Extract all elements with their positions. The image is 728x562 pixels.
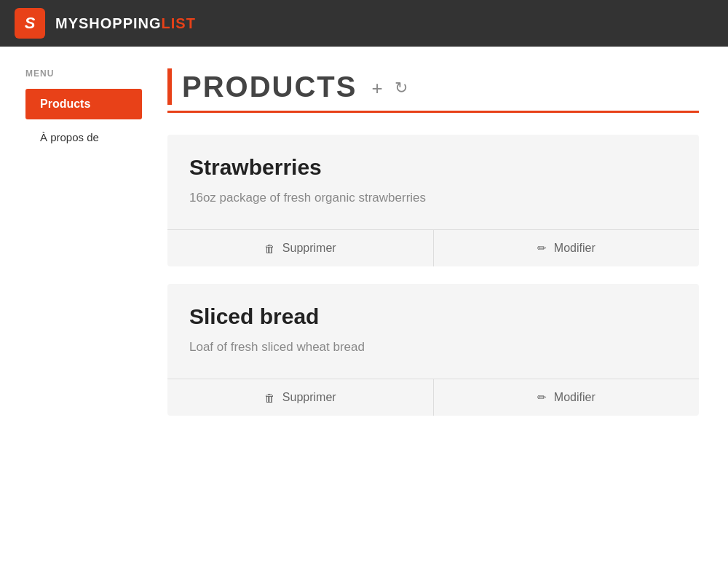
add-product-button[interactable]: +	[371, 79, 382, 98]
product-name: Strawberries	[189, 155, 677, 180]
refresh-button[interactable]: ↻	[395, 80, 408, 96]
page-header: PRODUCTS + ↻	[167, 68, 699, 113]
delete-button[interactable]: 🗑 Supprimer	[167, 230, 434, 266]
product-card-body: Sliced bread Loaf of fresh sliced wheat …	[167, 284, 699, 379]
app-logo: S	[15, 8, 45, 39]
sidebar: MENU Products À propos de	[0, 68, 153, 462]
edit-label: Modifier	[554, 242, 596, 255]
main-content: PRODUCTS + ↻ Strawberries 16oz package o…	[153, 68, 728, 462]
app-header: S MYSHOPPINGLIST	[0, 0, 728, 47]
edit-icon: ✏	[537, 242, 547, 255]
products-list: Strawberries 16oz package of fresh organ…	[167, 135, 699, 416]
delete-button[interactable]: 🗑 Supprimer	[167, 379, 434, 416]
product-card-actions: 🗑 Supprimer ✏ Modifier	[167, 229, 699, 266]
page-header-actions: + ↻	[371, 79, 407, 98]
product-description: Loaf of fresh sliced wheat bread	[189, 338, 677, 357]
product-description: 16oz package of fresh organic strawberri…	[189, 189, 677, 207]
delete-label: Supprimer	[282, 391, 336, 404]
edit-button[interactable]: ✏ Modifier	[434, 379, 700, 416]
trash-icon: 🗑	[264, 392, 275, 404]
app-title-main: MYSHOPPING	[55, 15, 162, 31]
product-card-actions: 🗑 Supprimer ✏ Modifier	[167, 379, 699, 416]
trash-icon: 🗑	[264, 242, 275, 255]
page-title: PRODUCTS	[182, 71, 357, 103]
edit-button[interactable]: ✏ Modifier	[434, 230, 700, 266]
product-name: Sliced bread	[189, 304, 677, 329]
page-header-bar	[167, 68, 172, 105]
app-title-accent: LIST	[162, 15, 196, 31]
logo-letter: S	[25, 14, 36, 33]
product-card: Strawberries 16oz package of fresh organ…	[167, 135, 699, 266]
edit-icon: ✏	[537, 391, 547, 404]
product-card: Sliced bread Loaf of fresh sliced wheat …	[167, 284, 699, 416]
page-layout: MENU Products À propos de PRODUCTS + ↻ S…	[0, 47, 728, 462]
product-card-body: Strawberries 16oz package of fresh organ…	[167, 135, 699, 229]
app-title: MYSHOPPINGLIST	[55, 15, 196, 32]
sidebar-menu-label: MENU	[25, 68, 153, 79]
sidebar-item-about[interactable]: À propos de	[25, 125, 142, 149]
delete-label: Supprimer	[282, 242, 336, 255]
sidebar-item-products[interactable]: Products	[25, 89, 142, 119]
edit-label: Modifier	[554, 391, 596, 404]
